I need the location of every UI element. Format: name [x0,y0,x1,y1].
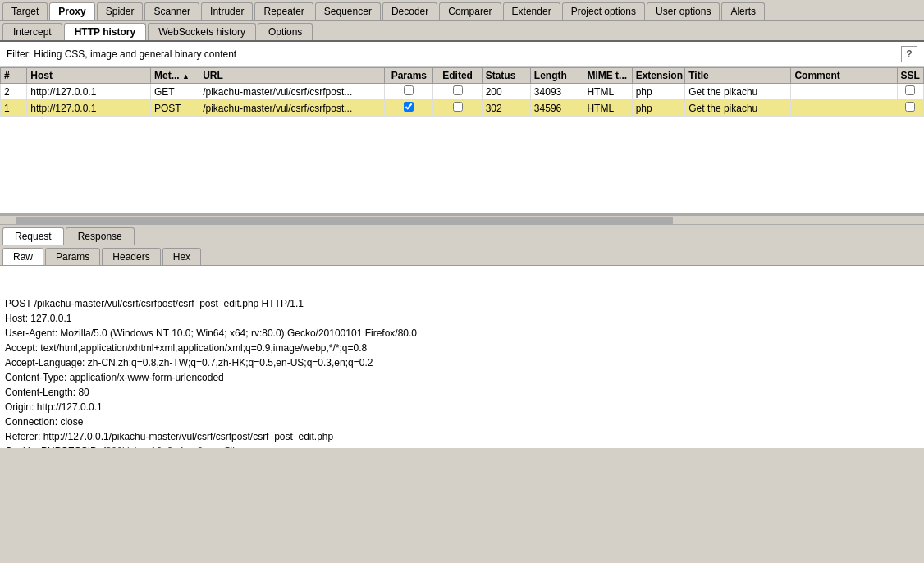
request-line: Content-Type: application/x-www-form-url… [5,370,919,385]
col-header-params[interactable]: Params [385,68,433,84]
cookie-value-link[interactable]: f290klvhqp16u3o4pm8qgeu5ih [103,446,238,448]
tab-extender[interactable]: Extender [503,2,560,20]
tab-http-history[interactable]: HTTP history [64,23,146,40]
col-header-edited[interactable]: Edited [433,68,482,84]
tab-intercept[interactable]: Intercept [2,23,62,40]
col-header-status[interactable]: Status [482,68,530,84]
col-header-method[interactable]: Met... ▲ [150,68,199,84]
tab-intruder[interactable]: Intruder [201,2,253,20]
table-row[interactable]: 2http://127.0.0.1GET/pikachu-master/vul/… [1,84,924,100]
tab-raw[interactable]: Raw [2,248,43,265]
tab-options[interactable]: Options [258,23,313,40]
request-line: POST /pikachu-master/vul/csrf/csrfpost/c… [5,296,919,311]
tab-target[interactable]: Target [2,2,48,20]
second-navigation: Intercept HTTP history WebSockets histor… [0,21,924,42]
top-navigation: Target Proxy Spider Scanner Intruder Rep… [0,0,924,21]
request-line: Accept: text/html,application/xhtml+xml,… [5,341,919,355]
request-lines: POST /pikachu-master/vul/csrf/csrfpost/c… [5,296,919,448]
col-header-title[interactable]: Title [685,68,791,84]
col-header-mime[interactable]: MIME t... [583,68,632,84]
tab-request[interactable]: Request [2,227,64,245]
tab-scanner[interactable]: Scanner [144,2,199,20]
table-header-row: # Host Met... ▲ URL Params Edited Status… [1,68,924,84]
sort-arrow-icon: ▲ [182,72,190,80]
col-header-host[interactable]: Host [27,68,151,84]
request-sub-tabs: Raw Params Headers Hex [0,245,924,266]
tab-comparer[interactable]: Comparer [439,2,501,20]
request-line: Referer: http://127.0.0.1/pikachu-master… [5,429,919,444]
http-history-table-container: # Host Met... ▲ URL Params Edited Status… [0,67,924,215]
col-header-comment[interactable]: Comment [791,68,897,84]
tab-project-options[interactable]: Project options [562,2,645,20]
request-content-area: POST /pikachu-master/vul/csrf/csrfpost/c… [0,266,924,448]
tab-proxy[interactable]: Proxy [49,2,94,20]
col-header-extension[interactable]: Extension [632,68,685,84]
tab-response[interactable]: Response [66,227,135,245]
request-line: Connection: close [5,414,919,429]
col-header-ssl[interactable]: SSL [897,68,923,84]
col-header-length[interactable]: Length [530,68,583,84]
horizontal-scrollbar[interactable] [0,215,924,225]
request-line: Accept-Language: zh-CN,zh;q=0.8,zh-TW;q=… [5,355,919,370]
tab-headers[interactable]: Headers [102,248,160,265]
request-response-tabs: Request Response [0,225,924,245]
request-line: Host: 127.0.0.1 [5,311,919,326]
tab-params[interactable]: Params [45,248,100,265]
col-header-url[interactable]: URL [199,68,385,84]
tab-hex[interactable]: Hex [162,248,201,265]
tab-sequencer[interactable]: Sequencer [315,2,381,20]
request-line: Content-Length: 80 [5,385,919,400]
http-history-table: # Host Met... ▲ URL Params Edited Status… [0,67,924,117]
request-line: Cookie: PHPSESSID=f290klvhqp16u3o4pm8qge… [5,444,919,448]
request-line: Origin: http://127.0.0.1 [5,400,919,414]
filter-text: Filter: Hiding CSS, image and general bi… [7,48,236,60]
tab-repeater[interactable]: Repeater [254,2,313,20]
tab-alerts[interactable]: Alerts [721,2,765,20]
scroll-thumb[interactable] [16,217,673,225]
table-body: 2http://127.0.0.1GET/pikachu-master/vul/… [1,84,924,117]
tab-decoder[interactable]: Decoder [382,2,437,20]
help-button[interactable]: ? [901,46,917,62]
tab-spider[interactable]: Spider [97,2,144,20]
request-line: User-Agent: Mozilla/5.0 (Windows NT 10.0… [5,326,919,341]
tab-websockets-history[interactable]: WebSockets history [148,23,256,40]
col-header-num[interactable]: # [1,68,27,84]
filter-bar: Filter: Hiding CSS, image and general bi… [0,42,924,67]
tab-user-options[interactable]: User options [647,2,720,20]
table-row[interactable]: 1http://127.0.0.1POST/pikachu-master/vul… [1,100,924,117]
